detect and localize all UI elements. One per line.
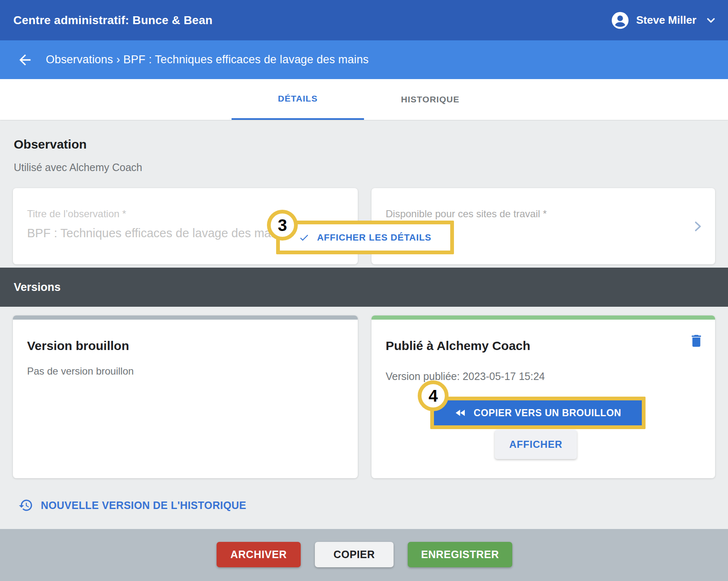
callout-box-afficher-details: AFFICHER LES DÉTAILS — [276, 221, 454, 254]
admin-center-page: Centre administratif: Bunce & Bean Steve… — [0, 0, 728, 581]
draft-version-card: Version brouillon Pas de version brouill… — [13, 315, 358, 478]
rewind-icon — [454, 407, 467, 419]
versions-band: Versions — [0, 268, 728, 307]
callout-step-4-badge: 4 — [418, 380, 449, 411]
chevron-right-icon — [690, 219, 705, 234]
draft-card-body: Pas de version brouillon — [27, 365, 134, 377]
copy-button[interactable]: COPIER — [315, 542, 394, 567]
draft-card-title: Version brouillon — [27, 339, 129, 353]
section-heading-observation: Observation — [14, 137, 87, 151]
new-history-version-label: NOUVELLE VERSION DE L'HISTORIQUE — [41, 499, 246, 511]
archive-button[interactable]: ARCHIVER — [217, 542, 301, 567]
user-avatar-icon — [611, 11, 629, 30]
breadcrumb-bar: Observations › BPF : Techniques efficace… — [0, 40, 728, 79]
tab-bar: DÉTAILS HISTORIQUE — [0, 79, 728, 120]
tab-historique[interactable]: HISTORIQUE — [364, 79, 496, 120]
user-menu[interactable]: Steve Miller — [611, 0, 717, 40]
callout-step-3-number: 3 — [278, 216, 287, 235]
draft-card-color-bar — [13, 315, 358, 320]
app-title: Centre administratif: Bunce & Bean — [13, 14, 212, 27]
callout-box-copier-brouillon: COPIER VERS UN BROUILLON — [430, 397, 646, 429]
check-icon — [299, 232, 309, 243]
published-version-timestamp: Version publiée: 2023-05-17 15:24 — [386, 370, 545, 382]
show-details-label: AFFICHER LES DÉTAILS — [317, 232, 431, 243]
show-details-button[interactable]: AFFICHER LES DÉTAILS — [280, 224, 450, 251]
copy-to-draft-button[interactable]: COPIER VERS UN BROUILLON — [434, 400, 642, 425]
history-icon — [18, 498, 33, 513]
afficher-button[interactable]: AFFICHER — [495, 430, 577, 459]
breadcrumb: Observations › BPF : Techniques efficace… — [46, 53, 369, 66]
callout-step-3-badge: 3 — [267, 210, 298, 241]
versions-heading: Versions — [14, 281, 61, 294]
footer-action-bar: ARCHIVER COPIER ENREGISTRER — [0, 529, 728, 581]
new-history-version-link[interactable]: NOUVELLE VERSION DE L'HISTORIQUE — [18, 498, 246, 513]
delete-icon[interactable] — [688, 333, 704, 349]
worksites-label: Disponible pour ces sites de travail * — [386, 208, 701, 220]
user-name: Steve Miller — [636, 14, 696, 27]
observation-subheading: Utilisé avec Alchemy Coach — [14, 161, 142, 174]
top-bar: Centre administratif: Bunce & Bean Steve… — [0, 0, 728, 40]
save-button[interactable]: ENREGISTRER — [408, 542, 512, 567]
published-card-color-bar — [371, 315, 715, 320]
copy-to-draft-label: COPIER VERS UN BROUILLON — [474, 407, 621, 419]
callout-step-4-number: 4 — [429, 387, 438, 405]
chevron-down-icon — [705, 14, 717, 27]
tab-details[interactable]: DÉTAILS — [232, 79, 364, 120]
back-arrow-icon[interactable] — [17, 52, 33, 68]
published-card-title: Publié à Alchemy Coach — [386, 339, 530, 353]
